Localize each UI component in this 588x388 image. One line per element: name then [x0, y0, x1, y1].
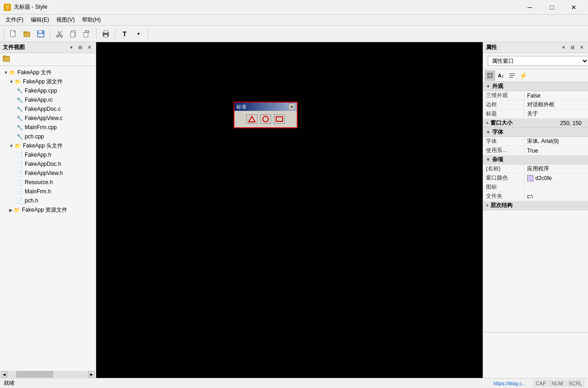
maximize-button[interactable]: □ — [541, 2, 562, 13]
prop-row-font[interactable]: 字体 宋体, Arial(9) — [483, 137, 588, 146]
menu-view[interactable]: 视图(V) — [53, 15, 78, 25]
canvas-area[interactable]: 标准 ✕ — [96, 42, 483, 378]
tree-label: FakeApp 源文件 — [23, 78, 63, 86]
prop-value[interactable]: 应用程序 — [524, 165, 588, 173]
panel-float-btn[interactable]: ⊟ — [569, 44, 576, 51]
toolbar-text-btn[interactable]: T — [118, 27, 131, 40]
list-item[interactable]: 📄 FakeAppView.h — [0, 169, 96, 178]
toolbar-separator-4 — [115, 28, 115, 39]
list-item[interactable]: 🔧 FakeAppView.c — [0, 114, 96, 123]
prop-value[interactable]: 关于 — [524, 110, 588, 118]
prop-row-name[interactable]: (名称) 应用程序 — [483, 164, 588, 174]
menu-file[interactable]: 文件(F) — [2, 15, 27, 25]
prop-value[interactable]: d2c0fe — [524, 175, 588, 181]
file-icon: 🔧 — [16, 97, 23, 103]
scroll-track[interactable] — [7, 371, 88, 377]
prop-value[interactable]: False — [524, 93, 588, 99]
prop-row-3d[interactable]: 三维外观 False — [483, 91, 588, 100]
tree-label: pch.cpp — [25, 133, 44, 140]
prop-row-color[interactable]: 窗口颜色 d2c0fe — [483, 174, 588, 183]
dialog-window[interactable]: 标准 ✕ — [234, 102, 298, 128]
tree-label: FakeApp 文件 — [17, 69, 52, 77]
panel-close-btn[interactable]: ✕ — [86, 44, 93, 51]
toolbar-new-btn[interactable] — [7, 27, 20, 40]
toolbar-dropdown-btn[interactable]: ▾ — [132, 27, 145, 40]
file-h-icon: 📄 — [16, 198, 23, 204]
list-item[interactable]: 🔧 MainFrm.cpp — [0, 123, 96, 132]
file-icon: 🔧 — [16, 125, 23, 131]
prop-row-folder[interactable]: 文件夹 c:\ — [483, 192, 588, 201]
svg-rect-27 — [509, 73, 515, 74]
prop-row-border[interactable]: 边框 对话框外框 — [483, 100, 588, 109]
tree-item-src-folder[interactable]: ▼ 📁 FakeApp 源文件 — [0, 77, 96, 86]
list-item[interactable]: 📄 FakeAppDoc.h — [0, 159, 96, 169]
file-view-header: 文件视图 ▾ ⊟ ✕ — [0, 42, 96, 53]
prop-section-misc[interactable]: ▼ 杂项 — [483, 155, 588, 164]
dialog-triangle-btn[interactable] — [246, 115, 257, 124]
status-bar: 就绪 https://blog.c... CAP NUM SCRL — [0, 378, 588, 388]
prop-value[interactable]: 对话框外框 — [524, 101, 588, 109]
list-item[interactable]: 📄 pch.h — [0, 196, 96, 205]
panel-close-btn[interactable]: ✕ — [578, 44, 585, 51]
prop-value[interactable]: 宋体, Arial(9) — [524, 137, 588, 145]
list-item[interactable]: 📄 MainFrm.h — [0, 187, 96, 196]
prop-row-usesys[interactable]: 使用系... True — [483, 146, 588, 155]
file-icon: 🔧 — [16, 134, 23, 140]
list-item[interactable]: 📄 FakeApp.h — [0, 150, 96, 159]
folder-icon: 📁 — [15, 79, 21, 85]
main-area: 文件视图 ▾ ⊟ ✕ ▼ 📁 FakeApp 文件 ▼ 📁 FakeApp 源文… — [0, 42, 588, 378]
prop-section-appearance[interactable]: ▼ 外观 — [483, 82, 588, 91]
tree-item-res-folder[interactable]: ▶ 📁 FakeApp 资源文件 — [0, 205, 96, 214]
properties-header: 属性 ▾ ⊟ ✕ — [483, 42, 588, 53]
prop-section-windowsize[interactable]: + 窗口大小 250, 150 — [483, 119, 588, 128]
close-button[interactable]: ✕ — [563, 2, 584, 13]
panel-dropdown-btn[interactable]: ▾ — [67, 44, 75, 51]
scroll-left-btn[interactable]: ◀ — [1, 371, 7, 377]
scroll-right-btn[interactable]: ▶ — [88, 371, 95, 377]
prop-alpha-btn[interactable]: A↕ — [496, 71, 506, 81]
scroll-thumb[interactable] — [16, 371, 53, 377]
panel-float-btn[interactable]: ⊟ — [76, 44, 84, 51]
panel-dropdown-btn[interactable]: ▾ — [560, 44, 567, 51]
dialog-circle-btn[interactable] — [260, 115, 271, 124]
prop-event-btn[interactable]: ⚡ — [518, 71, 528, 81]
prop-value[interactable]: True — [524, 148, 588, 154]
prop-grid-btn[interactable] — [485, 71, 495, 81]
section-label: 杂项 — [492, 156, 503, 164]
toolbar-paste-btn[interactable] — [81, 27, 93, 40]
prop-desc-btn[interactable] — [507, 71, 517, 81]
file-view-title: 文件视图 — [3, 44, 65, 51]
menu-help[interactable]: 帮助(H) — [78, 15, 104, 25]
toolbar-save-btn[interactable] — [34, 27, 47, 40]
toolbar-separator-2 — [50, 28, 50, 39]
property-selector[interactable]: 属性窗口 — [488, 56, 588, 66]
menu-edit[interactable]: 编辑(E) — [27, 15, 53, 25]
section-expand-icon: + — [486, 120, 489, 126]
list-item[interactable]: 🔧 FakeAppDoc.c — [0, 104, 96, 114]
dialog-close-button[interactable]: ✕ — [289, 104, 295, 110]
toolbar-print-btn[interactable] — [99, 27, 112, 40]
tree-item-root[interactable]: ▼ 📁 FakeApp 文件 — [0, 68, 96, 77]
list-item[interactable]: 📄 Resource.h — [0, 178, 96, 187]
prop-section-hierarchy[interactable]: + 层次结构 — [483, 201, 588, 210]
list-item[interactable]: 🔧 FakeApp.cpp — [0, 86, 96, 95]
panel-folder-icon — [3, 55, 10, 62]
toolbar-cut-btn[interactable] — [53, 27, 66, 40]
tree-item-hdr-folder[interactable]: ▼ 📁 FakeApp 头文件 — [0, 141, 96, 150]
prop-name: 使用系... — [483, 147, 524, 154]
prop-section-font[interactable]: ▼ 字体 — [483, 128, 588, 137]
prop-value[interactable]: c:\ — [524, 193, 588, 200]
dialog-rect-btn[interactable] — [274, 115, 285, 124]
minimize-button[interactable]: ─ — [519, 2, 540, 13]
left-panel-hscroll[interactable]: ◀ ▶ — [0, 371, 96, 378]
list-item[interactable]: 🔧 pch.cpp — [0, 132, 96, 141]
toolbar-copy-btn[interactable] — [67, 27, 80, 40]
menu-bar: 文件(F) 编辑(E) 视图(V) 帮助(H) — [0, 15, 588, 26]
prop-row-title[interactable]: 标题 关于 — [483, 109, 588, 119]
prop-row-icon[interactable]: 图标 — [483, 183, 588, 192]
list-item[interactable]: 🔧 FakeApp.rc — [0, 95, 96, 104]
section-expand-icon: ▼ — [486, 157, 490, 162]
folder-icon: 📁 — [14, 207, 20, 213]
toolbar-open-btn[interactable] — [21, 27, 33, 40]
svg-rect-19 — [3, 56, 6, 57]
